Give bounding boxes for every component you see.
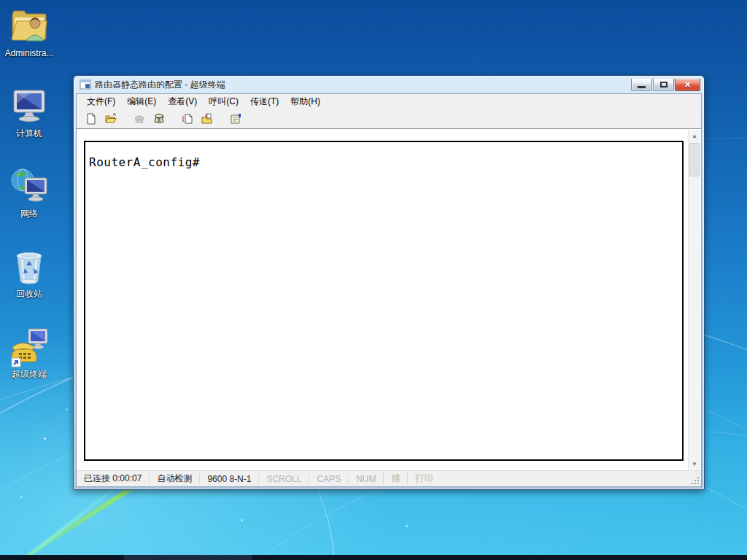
hyperterminal-icon <box>2 327 56 368</box>
desktop-icon-computer[interactable]: 计算机 <box>2 86 56 139</box>
status-emulation: 自动检测 <box>149 472 199 485</box>
desktop-icon-hyperterminal[interactable]: 超级终端 <box>2 327 56 379</box>
network-globe-icon <box>2 166 56 207</box>
window-body: 文件(F) 编辑(E) 查看(V) 呼叫(C) 传送(T) 帮助(H) <box>76 93 702 487</box>
vertical-scrollbar[interactable]: ▲ ▼ <box>688 130 700 470</box>
window-controls: ✕ <box>631 78 700 91</box>
receive-file-icon[interactable] <box>198 111 215 127</box>
call-disabled-icon[interactable] <box>131 111 147 127</box>
terminal-area: RouterA_config# ▲ ▼ <box>77 128 701 470</box>
close-icon: ✕ <box>684 81 691 89</box>
minimize-button[interactable] <box>631 79 652 91</box>
status-scroll: SCROLL <box>258 474 309 484</box>
status-capture: 捕 <box>383 472 407 485</box>
computer-icon <box>2 86 56 127</box>
scroll-up-icon[interactable]: ▲ <box>689 130 700 141</box>
status-print: 打印 <box>407 472 440 485</box>
menu-bar: 文件(F) 编辑(E) 查看(V) 呼叫(C) 传送(T) 帮助(H) <box>77 94 701 109</box>
call-icon[interactable] <box>150 111 167 127</box>
send-file-icon[interactable] <box>179 111 196 127</box>
hyperterminal-window: 路由器静态路由的配置 - 超级终端 ✕ 文件(F) 编辑(E) 查看(V) 呼叫… <box>73 75 705 490</box>
scrollbar-thumb[interactable] <box>689 143 700 176</box>
desktop-icon-label: Administra... <box>2 48 56 58</box>
desktop-icon-network[interactable]: 网络 <box>2 166 56 219</box>
status-caps: CAPS <box>309 474 348 484</box>
terminal-prompt: RouterA_config# <box>85 142 682 182</box>
minimize-icon <box>638 86 646 88</box>
status-connection: 已连接 0:00:07 <box>77 472 149 485</box>
menu-call[interactable]: 呼叫(C) <box>203 94 244 109</box>
taskbar-button-edge[interactable] <box>124 555 252 560</box>
desktop-icon-administrator[interactable]: Administra... <box>2 6 56 58</box>
wallpaper-sparkle <box>66 408 68 411</box>
wallpaper-sparkle <box>44 438 46 440</box>
menu-edit[interactable]: 编辑(E) <box>121 94 162 109</box>
open-icon[interactable] <box>102 111 119 127</box>
maximize-button[interactable] <box>653 79 674 91</box>
properties-icon[interactable] <box>227 111 244 127</box>
maximize-icon <box>660 82 667 88</box>
titlebar[interactable]: 路由器静态路由的配置 - 超级终端 ✕ <box>74 76 704 93</box>
close-button[interactable]: ✕ <box>675 79 700 91</box>
status-num: NUM <box>348 474 383 484</box>
window-title: 路由器静态路由的配置 - 超级终端 <box>95 79 225 91</box>
desktop-icon-label: 超级终端 <box>2 369 56 379</box>
desktop: Administra... 计算机 <box>0 0 747 560</box>
window-title-icon <box>80 79 91 90</box>
wallpaper-green-streak <box>0 478 127 560</box>
desktop-icon-recycle-bin[interactable]: 回收站 <box>2 246 56 299</box>
menu-file[interactable]: 文件(F) <box>81 94 121 109</box>
terminal-screen[interactable]: RouterA_config# <box>84 141 684 461</box>
menu-view[interactable]: 查看(V) <box>162 94 203 109</box>
desktop-icon-label: 回收站 <box>2 289 56 299</box>
desktop-icon-label: 计算机 <box>2 128 56 139</box>
resize-grip[interactable] <box>692 477 699 484</box>
toolbar <box>77 109 701 128</box>
wallpaper-sparkle <box>406 525 408 527</box>
user-folder-icon <box>2 6 56 47</box>
desktop-icon-label: 网络 <box>2 209 56 219</box>
recycle-bin-icon <box>2 246 56 287</box>
status-port-settings: 9600 8-N-1 <box>199 474 258 484</box>
wallpaper-sparkle <box>241 519 243 521</box>
menu-transfer[interactable]: 传送(T) <box>244 94 285 109</box>
new-connection-icon[interactable] <box>82 111 99 127</box>
status-bar: 已连接 0:00:07 自动检测 9600 8-N-1 SCROLL CAPS … <box>77 470 701 486</box>
menu-help[interactable]: 帮助(H) <box>285 94 326 109</box>
taskbar[interactable] <box>0 555 747 560</box>
scroll-down-icon[interactable]: ▼ <box>689 458 700 470</box>
wallpaper-sparkle <box>20 496 23 498</box>
